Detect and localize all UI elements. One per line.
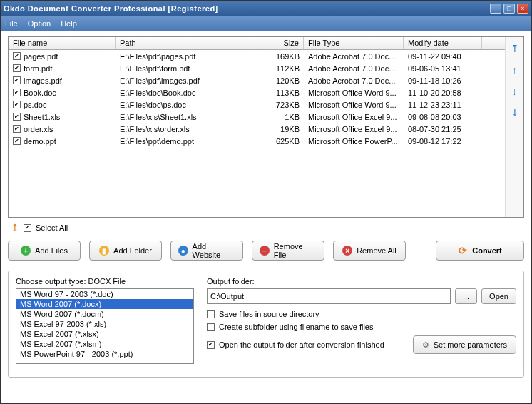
- file-path: E:\Files\xls\Sheet1.xls: [116, 113, 265, 121]
- table-row[interactable]: ✔demo.pptE:\Files\ppt\demo.ppt625KBMicro…: [9, 135, 505, 147]
- output-type-option[interactable]: MS Word 97 - 2003 (*.doc): [16, 289, 193, 299]
- table-row[interactable]: ✔Sheet1.xlsE:\Files\xls\Sheet1.xls1KBMic…: [9, 111, 505, 123]
- file-date: 11-12-23 23:11: [404, 101, 482, 109]
- col-type[interactable]: File Type: [304, 37, 404, 49]
- reorder-buttons: ⤒ ↑ ↓ ⤓: [505, 37, 523, 217]
- remove-all-button[interactable]: ×Remove All: [333, 241, 406, 261]
- up-folder-icon[interactable]: ↥: [11, 222, 19, 233]
- table-header: File name Path Size File Type Modify dat…: [9, 37, 505, 50]
- add-files-button[interactable]: +Add Files: [8, 241, 81, 261]
- save-in-source-label: Save files in source directory: [219, 310, 319, 318]
- row-checkbox[interactable]: ✔: [13, 113, 21, 121]
- file-type: Microsoft Office Excel 9...: [304, 125, 404, 133]
- add-website-button[interactable]: ●Add Website: [170, 241, 243, 261]
- table-row[interactable]: ✔form.pdfE:\Files\pdf\form.pdf112KBAdobe…: [9, 62, 505, 74]
- menu-bar: File Option Help: [1, 16, 531, 31]
- output-type-option[interactable]: MS Word 2007 (*.docx): [16, 299, 193, 309]
- output-type-option[interactable]: MS Excel 97-2003 (*.xls): [16, 319, 193, 329]
- menu-option[interactable]: Option: [28, 19, 51, 28]
- file-name: order.xls: [24, 125, 53, 133]
- row-checkbox[interactable]: ✔: [13, 101, 21, 108]
- output-type-option[interactable]: MS Excel 2007 (*.xlsm): [16, 339, 193, 349]
- file-type: Microsoft Office Excel 9...: [304, 113, 404, 121]
- output-type-option[interactable]: MS PowerPoint 97 - 2003 (*.ppt): [16, 349, 193, 359]
- file-name: form.pdf: [24, 64, 52, 73]
- create-subfolder-checkbox[interactable]: [207, 323, 215, 331]
- output-folder-input[interactable]: [207, 288, 451, 304]
- file-path: E:\Files\xls\order.xls: [116, 125, 265, 133]
- file-size: 625KB: [265, 137, 304, 146]
- file-name: Sheet1.xls: [24, 113, 60, 121]
- open-folder-button[interactable]: Open: [481, 288, 516, 304]
- move-up-icon[interactable]: ↑: [512, 64, 517, 76]
- row-checkbox[interactable]: ✔: [13, 64, 21, 72]
- col-size[interactable]: Size: [265, 37, 304, 49]
- window-title: Okdo Document Converter Professional [Re…: [4, 4, 488, 13]
- toolbar: +Add Files ▮Add Folder ●Add Website –Rem…: [8, 241, 524, 261]
- col-date[interactable]: Modify date: [404, 37, 482, 49]
- file-size: 113KB: [265, 89, 304, 97]
- select-all-checkbox[interactable]: ✔: [24, 224, 31, 232]
- file-name: ps.doc: [24, 101, 46, 109]
- open-after-label: Open the output folder after conversion …: [219, 340, 384, 349]
- row-checkbox[interactable]: ✔: [13, 52, 21, 60]
- file-size: 120KB: [265, 76, 304, 85]
- browse-button[interactable]: ...: [455, 288, 477, 304]
- output-type-label: Choose output type: DOCX File: [16, 277, 194, 286]
- move-down-icon[interactable]: ↓: [512, 86, 517, 97]
- output-type-option[interactable]: MS Word 2007 (*.docm): [16, 309, 193, 319]
- file-date: 11-10-20 20:58: [404, 89, 482, 97]
- file-date: 09-11-22 09:40: [404, 52, 482, 61]
- save-in-source-checkbox[interactable]: [207, 310, 215, 318]
- file-date: 08-07-30 21:25: [404, 125, 482, 133]
- output-folder-label: Output folder:: [207, 277, 516, 286]
- file-path: E:\Files\pdf\form.pdf: [116, 64, 265, 73]
- col-name[interactable]: File name: [9, 37, 116, 49]
- table-row[interactable]: ✔order.xlsE:\Files\xls\order.xls19KBMicr…: [9, 123, 505, 135]
- row-checkbox[interactable]: ✔: [13, 89, 21, 96]
- row-checkbox[interactable]: ✔: [13, 76, 21, 84]
- close-button[interactable]: ×: [517, 4, 528, 14]
- remove-file-button[interactable]: –Remove File: [252, 241, 324, 261]
- minimize-button[interactable]: —: [490, 4, 501, 14]
- table-row[interactable]: ✔ps.docE:\Files\doc\ps.doc723KBMicrosoft…: [9, 99, 505, 111]
- file-name: Book.doc: [24, 89, 56, 97]
- file-path: E:\Files\pdf\images.pdf: [116, 76, 265, 85]
- file-type: Adobe Acrobat 7.0 Doc...: [304, 64, 404, 73]
- table-row[interactable]: ✔images.pdfE:\Files\pdf\images.pdf120KBA…: [9, 74, 505, 86]
- convert-icon: ⟳: [458, 246, 468, 256]
- file-size: 1KB: [265, 113, 304, 121]
- file-date: 09-08-08 20:03: [404, 113, 482, 121]
- file-size: 19KB: [265, 125, 304, 133]
- file-date: 09-08-12 17:22: [404, 137, 482, 146]
- table-row[interactable]: ✔Book.docE:\Files\doc\Book.doc113KBMicro…: [9, 86, 505, 99]
- output-type-option[interactable]: MS Excel 2007 (*.xlsx): [16, 329, 193, 339]
- convert-button[interactable]: ⟳Convert: [436, 241, 524, 261]
- gear-icon: ⚙: [422, 340, 429, 350]
- menu-help[interactable]: Help: [61, 19, 77, 28]
- file-type: Microsoft Office Word 9...: [304, 89, 404, 97]
- move-top-icon[interactable]: ⤒: [511, 43, 519, 54]
- file-path: E:\Files\ppt\demo.ppt: [116, 137, 265, 146]
- file-date: 09-11-18 10:26: [404, 76, 482, 85]
- output-type-listbox[interactable]: MS Word 97 - 2003 (*.doc)MS Word 2007 (*…: [16, 288, 194, 364]
- set-more-parameters-button[interactable]: ⚙Set more parameters: [413, 335, 516, 354]
- folder-icon: ▮: [99, 246, 109, 256]
- file-path: E:\Files\doc\Book.doc: [116, 89, 265, 97]
- maximize-button[interactable]: □: [503, 4, 515, 14]
- row-checkbox[interactable]: ✔: [13, 137, 21, 145]
- open-after-checkbox[interactable]: ✔: [207, 341, 215, 349]
- file-name: images.pdf: [24, 76, 62, 85]
- file-size: 723KB: [265, 101, 304, 109]
- row-checkbox[interactable]: ✔: [13, 125, 21, 133]
- file-size: 169KB: [265, 52, 304, 61]
- plus-icon: +: [21, 246, 31, 256]
- globe-icon: ●: [178, 246, 188, 256]
- move-bottom-icon[interactable]: ⤓: [511, 107, 519, 118]
- table-row[interactable]: ✔pages.pdfE:\Files\pdf\pages.pdf169KBAdo…: [9, 50, 505, 62]
- col-path[interactable]: Path: [116, 37, 265, 49]
- add-folder-button[interactable]: ▮Add Folder: [89, 241, 162, 261]
- file-size: 112KB: [265, 64, 304, 73]
- menu-file[interactable]: File: [5, 19, 18, 28]
- file-type: Adobe Acrobat 7.0 Doc...: [304, 52, 404, 61]
